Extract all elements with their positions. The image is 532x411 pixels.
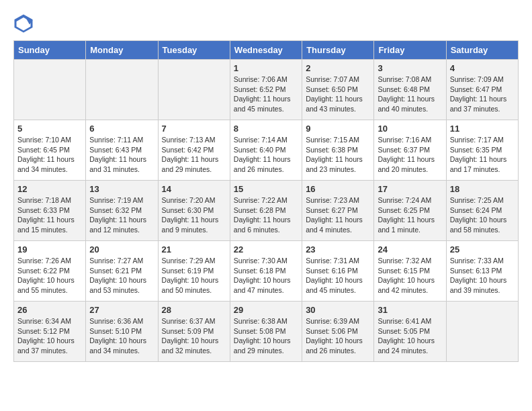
calendar-table: SundayMondayTuesdayWednesdayThursdayFrid… bbox=[13, 40, 519, 362]
cell-content: Sunrise: 7:30 AM Sunset: 6:18 PM Dayligh… bbox=[234, 256, 298, 295]
day-number: 31 bbox=[378, 305, 442, 315]
calendar-cell: 1Sunrise: 7:06 AM Sunset: 6:52 PM Daylig… bbox=[230, 60, 302, 120]
logo-icon bbox=[13, 13, 34, 34]
day-of-week-header: Saturday bbox=[446, 41, 518, 60]
day-number: 29 bbox=[234, 305, 298, 315]
day-number: 9 bbox=[306, 124, 370, 134]
cell-content: Sunrise: 7:09 AM Sunset: 6:47 PM Dayligh… bbox=[450, 75, 515, 114]
calendar-cell: 25Sunrise: 7:33 AM Sunset: 6:13 PM Dayli… bbox=[446, 241, 518, 302]
calendar-week-row: 1Sunrise: 7:06 AM Sunset: 6:52 PM Daylig… bbox=[14, 60, 519, 120]
calendar-cell: 13Sunrise: 7:19 AM Sunset: 6:32 PM Dayli… bbox=[86, 181, 158, 241]
cell-content: Sunrise: 7:33 AM Sunset: 6:13 PM Dayligh… bbox=[450, 256, 515, 295]
calendar-cell: 11Sunrise: 7:17 AM Sunset: 6:35 PM Dayli… bbox=[446, 120, 518, 181]
calendar-cell: 6Sunrise: 7:11 AM Sunset: 6:43 PM Daylig… bbox=[86, 120, 158, 181]
calendar-cell: 5Sunrise: 7:10 AM Sunset: 6:45 PM Daylig… bbox=[14, 120, 86, 181]
day-number: 27 bbox=[89, 305, 154, 315]
cell-content: Sunrise: 7:19 AM Sunset: 6:32 PM Dayligh… bbox=[89, 195, 154, 235]
cell-content: Sunrise: 7:15 AM Sunset: 6:38 PM Dayligh… bbox=[306, 135, 370, 175]
cell-content: Sunrise: 7:32 AM Sunset: 6:15 PM Dayligh… bbox=[378, 256, 442, 295]
calendar-cell: 15Sunrise: 7:22 AM Sunset: 6:28 PM Dayli… bbox=[230, 181, 302, 241]
day-of-week-header: Wednesday bbox=[230, 41, 302, 60]
day-number: 8 bbox=[234, 124, 298, 134]
day-number: 15 bbox=[234, 184, 298, 194]
cell-content: Sunrise: 7:31 AM Sunset: 6:16 PM Dayligh… bbox=[306, 256, 370, 295]
cell-content: Sunrise: 6:38 AM Sunset: 5:08 PM Dayligh… bbox=[234, 316, 298, 356]
cell-content: Sunrise: 6:39 AM Sunset: 5:06 PM Dayligh… bbox=[306, 316, 370, 356]
calendar-cell: 26Sunrise: 6:34 AM Sunset: 5:12 PM Dayli… bbox=[14, 302, 86, 362]
calendar-cell: 22Sunrise: 7:30 AM Sunset: 6:18 PM Dayli… bbox=[230, 241, 302, 302]
logo bbox=[13, 13, 36, 34]
day-number: 18 bbox=[450, 184, 515, 194]
cell-content: Sunrise: 7:18 AM Sunset: 6:33 PM Dayligh… bbox=[17, 195, 82, 235]
day-number: 14 bbox=[162, 184, 226, 194]
day-of-week-header: Thursday bbox=[302, 41, 374, 60]
calendar-cell: 12Sunrise: 7:18 AM Sunset: 6:33 PM Dayli… bbox=[14, 181, 86, 241]
day-number: 26 bbox=[17, 305, 82, 315]
cell-content: Sunrise: 6:41 AM Sunset: 5:05 PM Dayligh… bbox=[378, 316, 442, 356]
cell-content: Sunrise: 7:11 AM Sunset: 6:43 PM Dayligh… bbox=[89, 135, 154, 175]
calendar-cell: 30Sunrise: 6:39 AM Sunset: 5:06 PM Dayli… bbox=[302, 302, 374, 362]
day-of-week-header: Monday bbox=[86, 41, 158, 60]
day-number: 24 bbox=[378, 244, 442, 255]
calendar-cell: 16Sunrise: 7:23 AM Sunset: 6:27 PM Dayli… bbox=[302, 181, 374, 241]
calendar-cell: 4Sunrise: 7:09 AM Sunset: 6:47 PM Daylig… bbox=[446, 60, 518, 120]
calendar-cell: 17Sunrise: 7:24 AM Sunset: 6:25 PM Dayli… bbox=[374, 181, 446, 241]
cell-content: Sunrise: 6:34 AM Sunset: 5:12 PM Dayligh… bbox=[17, 316, 82, 356]
cell-content: Sunrise: 7:22 AM Sunset: 6:28 PM Dayligh… bbox=[234, 195, 298, 235]
day-number: 25 bbox=[450, 244, 515, 255]
day-number: 22 bbox=[234, 244, 298, 255]
cell-content: Sunrise: 7:13 AM Sunset: 6:42 PM Dayligh… bbox=[162, 135, 226, 175]
day-number: 17 bbox=[378, 184, 442, 194]
calendar-cell bbox=[86, 60, 158, 120]
calendar-cell: 2Sunrise: 7:07 AM Sunset: 6:50 PM Daylig… bbox=[302, 60, 374, 120]
calendar-cell: 29Sunrise: 6:38 AM Sunset: 5:08 PM Dayli… bbox=[230, 302, 302, 362]
day-number: 20 bbox=[89, 244, 154, 255]
day-number: 19 bbox=[17, 244, 82, 255]
calendar-cell: 21Sunrise: 7:29 AM Sunset: 6:19 PM Dayli… bbox=[158, 241, 230, 302]
cell-content: Sunrise: 7:06 AM Sunset: 6:52 PM Dayligh… bbox=[234, 75, 298, 114]
page-header bbox=[13, 13, 519, 34]
day-number: 1 bbox=[234, 63, 298, 73]
cell-content: Sunrise: 7:24 AM Sunset: 6:25 PM Dayligh… bbox=[378, 195, 442, 235]
cell-content: Sunrise: 7:08 AM Sunset: 6:48 PM Dayligh… bbox=[378, 75, 442, 114]
calendar-week-row: 12Sunrise: 7:18 AM Sunset: 6:33 PM Dayli… bbox=[14, 181, 519, 241]
cell-content: Sunrise: 7:26 AM Sunset: 6:22 PM Dayligh… bbox=[17, 256, 82, 295]
calendar-cell: 27Sunrise: 6:36 AM Sunset: 5:10 PM Dayli… bbox=[86, 302, 158, 362]
cell-content: Sunrise: 7:16 AM Sunset: 6:37 PM Dayligh… bbox=[378, 135, 442, 175]
day-number: 28 bbox=[162, 305, 226, 315]
day-number: 5 bbox=[17, 124, 82, 134]
day-number: 2 bbox=[306, 63, 370, 73]
calendar-cell: 3Sunrise: 7:08 AM Sunset: 6:48 PM Daylig… bbox=[374, 60, 446, 120]
day-number: 11 bbox=[450, 124, 515, 134]
calendar-cell: 31Sunrise: 6:41 AM Sunset: 5:05 PM Dayli… bbox=[374, 302, 446, 362]
calendar-cell: 8Sunrise: 7:14 AM Sunset: 6:40 PM Daylig… bbox=[230, 120, 302, 181]
cell-content: Sunrise: 7:14 AM Sunset: 6:40 PM Dayligh… bbox=[234, 135, 298, 175]
calendar-week-row: 26Sunrise: 6:34 AM Sunset: 5:12 PM Dayli… bbox=[14, 302, 519, 362]
calendar-cell: 24Sunrise: 7:32 AM Sunset: 6:15 PM Dayli… bbox=[374, 241, 446, 302]
calendar-cell: 19Sunrise: 7:26 AM Sunset: 6:22 PM Dayli… bbox=[14, 241, 86, 302]
calendar-week-row: 5Sunrise: 7:10 AM Sunset: 6:45 PM Daylig… bbox=[14, 120, 519, 181]
cell-content: Sunrise: 7:27 AM Sunset: 6:21 PM Dayligh… bbox=[89, 256, 154, 295]
calendar-cell: 7Sunrise: 7:13 AM Sunset: 6:42 PM Daylig… bbox=[158, 120, 230, 181]
cell-content: Sunrise: 6:37 AM Sunset: 5:09 PM Dayligh… bbox=[162, 316, 226, 356]
day-number: 21 bbox=[162, 244, 226, 255]
calendar-header-row: SundayMondayTuesdayWednesdayThursdayFrid… bbox=[14, 41, 519, 60]
day-of-week-header: Sunday bbox=[14, 41, 86, 60]
calendar-cell: 9Sunrise: 7:15 AM Sunset: 6:38 PM Daylig… bbox=[302, 120, 374, 181]
calendar-cell: 14Sunrise: 7:20 AM Sunset: 6:30 PM Dayli… bbox=[158, 181, 230, 241]
day-number: 6 bbox=[89, 124, 154, 134]
cell-content: Sunrise: 7:29 AM Sunset: 6:19 PM Dayligh… bbox=[162, 256, 226, 295]
day-number: 12 bbox=[17, 184, 82, 194]
day-number: 10 bbox=[378, 124, 442, 134]
calendar-cell: 10Sunrise: 7:16 AM Sunset: 6:37 PM Dayli… bbox=[374, 120, 446, 181]
cell-content: Sunrise: 7:20 AM Sunset: 6:30 PM Dayligh… bbox=[162, 195, 226, 235]
cell-content: Sunrise: 7:23 AM Sunset: 6:27 PM Dayligh… bbox=[306, 195, 370, 235]
day-number: 4 bbox=[450, 63, 515, 73]
calendar-week-row: 19Sunrise: 7:26 AM Sunset: 6:22 PM Dayli… bbox=[14, 241, 519, 302]
calendar-cell: 18Sunrise: 7:25 AM Sunset: 6:24 PM Dayli… bbox=[446, 181, 518, 241]
day-number: 23 bbox=[306, 244, 370, 255]
calendar-cell bbox=[14, 60, 86, 120]
cell-content: Sunrise: 7:17 AM Sunset: 6:35 PM Dayligh… bbox=[450, 135, 515, 175]
calendar-cell: 23Sunrise: 7:31 AM Sunset: 6:16 PM Dayli… bbox=[302, 241, 374, 302]
day-number: 3 bbox=[378, 63, 442, 73]
